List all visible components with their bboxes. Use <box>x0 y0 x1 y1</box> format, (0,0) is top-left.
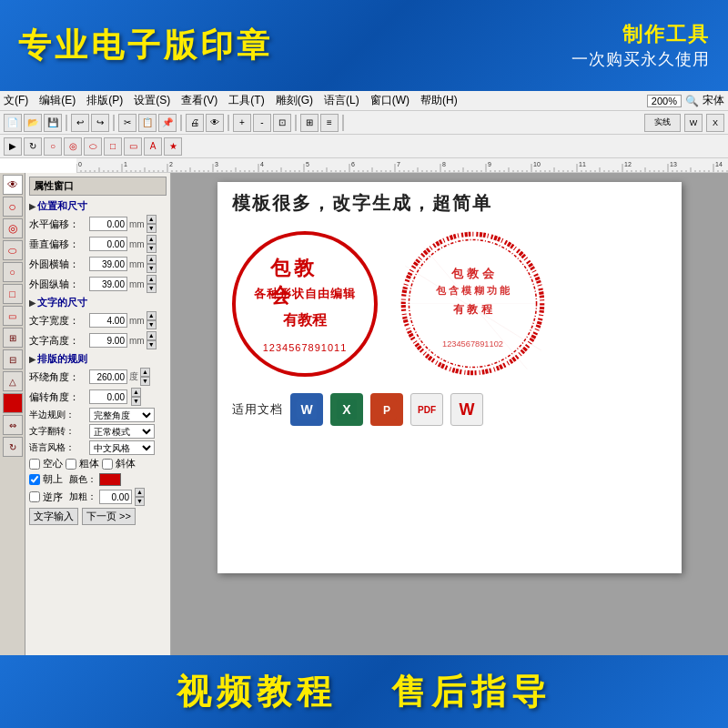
bold-checkbox[interactable] <box>66 459 76 470</box>
text-h-spin[interactable]: ▲▼ <box>147 331 157 349</box>
reverse-checkbox[interactable] <box>29 491 40 502</box>
bold-value-input[interactable] <box>99 490 132 504</box>
lp-refresh[interactable]: ↻ <box>3 437 23 457</box>
svg-text:0: 0 <box>78 161 82 167</box>
tb-align[interactable]: ≡ <box>320 114 339 132</box>
checkbox-reverse: 逆序 加粗： ▲▼ <box>29 488 167 506</box>
tb-word[interactable]: W <box>684 114 703 132</box>
menu-item-edit[interactable]: 编辑(E) <box>39 93 76 108</box>
outer-h-input[interactable] <box>89 257 127 271</box>
lp-circle-red[interactable]: ○ <box>3 197 23 217</box>
menu-item-layout[interactable]: 排版(P) <box>86 93 123 108</box>
tb-sep3 <box>180 115 182 131</box>
text-w-input[interactable] <box>89 313 127 328</box>
tb-preview[interactable]: 👁 <box>206 114 224 132</box>
panel-title[interactable]: 属性窗口 <box>29 177 167 196</box>
tb-new[interactable]: 📄 <box>4 114 22 132</box>
deflect-angle-spin[interactable]: ▲▼ <box>131 388 141 406</box>
zoom-icon: 🔍 <box>685 95 699 107</box>
svg-text:P: P <box>383 404 390 417</box>
tb2-oval[interactable]: ⬭ <box>84 137 102 156</box>
menu-item-tools[interactable]: 工具(T) <box>228 93 264 108</box>
tb2-rect[interactable]: □ <box>104 137 122 156</box>
color-picker[interactable] <box>99 473 121 486</box>
tb2-rect2[interactable]: ▭ <box>124 137 142 156</box>
tb-open[interactable]: 📂 <box>24 114 42 132</box>
hollow-checkbox[interactable] <box>29 459 40 470</box>
menu-item-engrave[interactable]: 雕刻(G) <box>276 93 313 108</box>
canvas-paper: 模板很多，改字生成，超简单 包教会 各种形状自由编辑 有教程 123456789… <box>217 182 682 573</box>
text-h-input[interactable] <box>89 333 127 348</box>
svg-text:12: 12 <box>624 161 632 167</box>
tb-copy[interactable]: 📋 <box>138 114 157 132</box>
stamp1-mid2: 有教程 <box>283 311 327 330</box>
prop-h-offset: 水平偏移： mm ▲▼ <box>29 215 167 233</box>
svg-text:4: 4 <box>260 161 264 167</box>
tb-line-style[interactable]: 实线 <box>644 114 681 132</box>
tb2-text[interactable]: A <box>144 137 162 156</box>
tb-redo[interactable]: ↪ <box>91 114 109 132</box>
left-panel: 👁 ○ ◎ ⬭ ○ □ ▭ ⊞ ⊟ △ ⇔ ↻ <box>0 173 25 655</box>
prop-v-offset: 垂直偏移： mm ▲▼ <box>29 235 167 253</box>
text-input-btn[interactable]: 文字输入 <box>29 508 78 525</box>
stamp1-mid1: 各种形状自由编辑 <box>254 286 356 302</box>
tb2-star[interactable]: ★ <box>164 137 182 156</box>
faceup-checkbox[interactable] <box>29 474 40 485</box>
lp-color-red[interactable] <box>3 393 23 413</box>
lp-rect2[interactable]: ▭ <box>3 306 23 326</box>
tb-grid[interactable]: ⊞ <box>300 114 318 132</box>
text-w-spin[interactable]: ▲▼ <box>147 311 157 329</box>
menu-item-language[interactable]: 语言(L) <box>324 93 359 108</box>
tb-sep1 <box>66 115 67 131</box>
half-border-select[interactable]: 完整角度 <box>89 408 155 422</box>
tb-undo[interactable]: ↩ <box>71 114 89 132</box>
tb-print[interactable]: 🖨 <box>186 114 204 132</box>
menu-item-view[interactable]: 查看(V) <box>181 93 217 108</box>
menu-item-file[interactable]: 文(F) <box>4 93 28 108</box>
tb-cut[interactable]: ✂ <box>118 114 136 132</box>
menu-item-settings[interactable]: 设置(S) <box>134 93 170 108</box>
lp-stamp1[interactable]: ⊞ <box>3 328 23 348</box>
tb2-circle[interactable]: ○ <box>44 137 62 156</box>
tb-fit[interactable]: ⊡ <box>273 114 291 132</box>
tb-paste[interactable]: 📌 <box>158 114 177 132</box>
zoom-display[interactable]: 200% <box>647 95 682 107</box>
lp-oval[interactable]: ⬭ <box>3 240 23 260</box>
next-page-btn[interactable]: 下一页 >> <box>82 508 136 525</box>
eye-icon[interactable]: 👁 <box>3 175 23 195</box>
outer-v-input[interactable] <box>89 277 127 291</box>
menu-item-help[interactable]: 帮助(H) <box>420 93 458 108</box>
h-offset-input[interactable] <box>89 217 127 231</box>
italic-checkbox[interactable] <box>102 459 113 470</box>
lp-left-right[interactable]: ⇔ <box>3 415 23 435</box>
lang-style-select[interactable]: 中文风格 <box>89 440 155 455</box>
svg-text:1: 1 <box>124 161 127 167</box>
lp-triangle[interactable]: △ <box>3 371 23 391</box>
tb-zoom-in[interactable]: + <box>233 114 251 132</box>
svg-text:W: W <box>300 402 313 417</box>
layout-section-header: 排版的规则 <box>29 352 167 366</box>
lp-oval2[interactable]: ○ <box>3 262 23 282</box>
tb-save[interactable]: 💾 <box>44 114 62 132</box>
wrap-angle-input[interactable] <box>89 369 127 384</box>
deflect-angle-input[interactable] <box>89 389 127 404</box>
lp-circle-dbl[interactable]: ◎ <box>3 218 23 238</box>
bold-spin[interactable]: ▲▼ <box>135 488 145 506</box>
excel-icon: X <box>330 393 363 426</box>
h-offset-spin[interactable]: ▲▼ <box>147 215 157 233</box>
tb2-rotate[interactable]: ↻ <box>24 137 42 156</box>
v-offset-input[interactable] <box>89 237 127 251</box>
tb-zoom-out[interactable]: - <box>253 114 271 132</box>
v-offset-spin[interactable]: ▲▼ <box>147 235 157 253</box>
ppt-icon: P <box>370 393 403 426</box>
tb2-select[interactable]: ▶ <box>4 137 22 156</box>
lp-stamp2[interactable]: ⊟ <box>3 349 23 369</box>
text-flip-select[interactable]: 正常模式 <box>89 424 155 439</box>
wrap-angle-spin[interactable]: ▲▼ <box>140 368 150 386</box>
tb-excel[interactable]: X <box>706 114 724 132</box>
outer-v-spin[interactable]: ▲▼ <box>147 275 157 293</box>
menu-item-window[interactable]: 窗口(W) <box>370 93 410 108</box>
outer-h-spin[interactable]: ▲▼ <box>147 255 157 273</box>
tb2-circle2[interactable]: ◎ <box>64 137 82 156</box>
lp-rect[interactable]: □ <box>3 284 23 304</box>
